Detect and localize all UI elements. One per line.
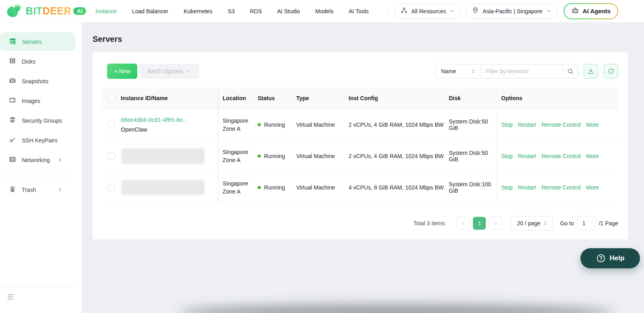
status-label: Running bbox=[264, 121, 285, 128]
page-total-label: /1 Page bbox=[599, 220, 618, 227]
servers-card: + New Batch Options Name bbox=[93, 52, 628, 239]
sidebar-item-ssh-keypairs[interactable]: SSH KeyPairs bbox=[0, 131, 75, 150]
sticky-column-divider bbox=[218, 88, 218, 203]
sidebar-item-trash[interactable]: Trash bbox=[0, 180, 75, 199]
action-more[interactable]: More bbox=[586, 184, 599, 191]
sidebar-item-snapshots[interactable]: Snapshots bbox=[0, 72, 75, 91]
status-dot-running bbox=[258, 154, 261, 158]
ai-agents-label: AI Agents bbox=[583, 8, 611, 14]
wordmark-deer: DEER bbox=[43, 5, 71, 17]
row-checkbox[interactable] bbox=[108, 184, 115, 191]
ai-badge: AI bbox=[73, 7, 86, 15]
select-all-checkbox[interactable] bbox=[108, 95, 115, 102]
page-size-value: 20 / page bbox=[517, 220, 540, 227]
refresh-button[interactable] bbox=[604, 64, 618, 78]
type-value: Virtual Machine bbox=[291, 140, 344, 171]
filter-field-value: Name bbox=[441, 68, 456, 74]
region-dropdown[interactable]: Asia-Pacific | Singapore bbox=[466, 4, 557, 19]
nav-item-kubernetes[interactable]: Kubernetes bbox=[184, 8, 213, 14]
inst-config-value: 2 vCPUs, 4 GiB RAM, 1024 Mbps BW bbox=[344, 109, 444, 140]
sidebar: Servers Disks Snapshots bbox=[0, 23, 82, 313]
row-checkbox[interactable] bbox=[108, 121, 115, 128]
nav-item-rds[interactable]: RDS bbox=[250, 8, 262, 14]
bitdeer-logo[interactable]: BITDEER AI bbox=[0, 3, 89, 19]
wordmark-bit: BIT bbox=[26, 5, 43, 17]
chevron-down-icon bbox=[546, 8, 551, 14]
sidebar-divider bbox=[0, 176, 75, 176]
header-type: Type bbox=[291, 88, 344, 109]
disk-value: System Disk:100 GiB bbox=[444, 172, 496, 203]
chevron-right-icon bbox=[57, 187, 62, 192]
nav-item-ai-tools[interactable]: AI Tools bbox=[349, 8, 369, 14]
keyword-filter-input[interactable] bbox=[481, 64, 563, 78]
inst-config-value: 4 vCPUs, 8 GiB RAM, 1024 Mbps BW bbox=[344, 172, 444, 203]
action-remote-control[interactable]: Remote Control bbox=[541, 184, 581, 191]
main-content: Servers + New Batch Options Name bbox=[83, 23, 644, 313]
sidebar-collapse-button[interactable] bbox=[6, 293, 14, 301]
nav-divider bbox=[388, 7, 388, 16]
sidebar-label-snapshots: Snapshots bbox=[22, 78, 48, 84]
nav-item-load-balancer[interactable]: Load Balancer bbox=[132, 8, 168, 14]
download-icon bbox=[587, 68, 594, 75]
action-more[interactable]: More bbox=[586, 121, 599, 128]
chevron-right-icon bbox=[57, 157, 62, 163]
all-resources-dropdown[interactable]: All Resources bbox=[395, 4, 460, 19]
action-stop[interactable]: Stop bbox=[501, 184, 513, 191]
action-remote-control[interactable]: Remote Control bbox=[541, 121, 581, 128]
action-stop[interactable]: Stop bbox=[501, 121, 513, 128]
sidebar-item-disks[interactable]: Disks bbox=[0, 52, 75, 71]
bitdeer-wordmark: BITDEER AI bbox=[26, 5, 86, 17]
action-stop[interactable]: Stop bbox=[501, 153, 513, 159]
sidebar-item-images[interactable]: Images bbox=[0, 91, 75, 110]
export-download-button[interactable] bbox=[584, 64, 598, 78]
redacted-instance-name bbox=[122, 148, 204, 164]
filter-group: Name bbox=[435, 64, 578, 78]
globe-icon bbox=[9, 156, 16, 164]
action-remote-control[interactable]: Remote Control bbox=[541, 153, 581, 159]
status-dot-running bbox=[258, 123, 261, 126]
search-button[interactable] bbox=[563, 64, 578, 78]
prev-page-button[interactable] bbox=[457, 217, 470, 230]
disks-icon bbox=[9, 57, 16, 66]
table-row: 88ee4db6-0c91-4f65-8e... OpenClaw Singap… bbox=[103, 109, 618, 140]
disk-value: System Disk:50 GiB bbox=[444, 109, 496, 140]
table-row: SingaporeZone A Running Virtual Machine … bbox=[103, 171, 618, 203]
sidebar-item-networking[interactable]: Networking bbox=[0, 150, 75, 169]
sidebar-item-security-groups[interactable]: Security Groups bbox=[0, 111, 75, 130]
type-value: Virtual Machine bbox=[291, 172, 344, 203]
chevron-left-icon bbox=[461, 221, 466, 226]
table-header-row: Instance ID/Name Location Status Type In… bbox=[103, 88, 618, 109]
page-number-button[interactable]: 1 bbox=[473, 217, 486, 230]
all-resources-label: All Resources bbox=[411, 8, 446, 14]
action-restart[interactable]: Restart bbox=[518, 121, 536, 128]
nav-item-ai-studio[interactable]: AI Studio bbox=[277, 8, 300, 14]
sidebar-label-servers: Servers bbox=[22, 39, 41, 45]
inst-config-value: 2 vCPUs, 4 GiB RAM, 1024 Mbps BW bbox=[344, 140, 444, 171]
nav-item-models[interactable]: Models bbox=[315, 8, 333, 14]
help-button[interactable]: Help bbox=[580, 248, 640, 268]
sidebar-item-servers[interactable]: Servers bbox=[0, 32, 75, 51]
chevron-down-icon bbox=[186, 69, 191, 74]
action-restart[interactable]: Restart bbox=[518, 153, 536, 159]
select-updown-icon bbox=[471, 68, 476, 74]
location-value: SingaporeZone A bbox=[223, 148, 248, 164]
batch-options-button[interactable]: Batch Options bbox=[140, 64, 199, 79]
row-checkbox[interactable] bbox=[108, 152, 115, 160]
redacted-instance-name bbox=[122, 180, 204, 195]
action-restart[interactable]: Restart bbox=[518, 184, 536, 191]
question-circle-icon bbox=[596, 253, 606, 263]
instance-id-link[interactable]: 88ee4db6-0c91-4f65-8e... bbox=[121, 116, 188, 124]
new-instance-button[interactable]: + New bbox=[107, 64, 137, 79]
action-more[interactable]: More bbox=[586, 153, 599, 159]
goto-page-input[interactable] bbox=[577, 216, 597, 231]
select-updown-icon bbox=[543, 220, 548, 226]
location-value: SingaporeZone A bbox=[223, 117, 248, 133]
total-items-label: Total 3 items bbox=[413, 220, 445, 227]
ai-agents-button[interactable]: AI Agents bbox=[564, 3, 618, 19]
page-size-select[interactable]: 20 / page bbox=[511, 216, 553, 231]
nav-item-s3[interactable]: S3 bbox=[228, 8, 235, 14]
bitdeer-deer-icon bbox=[6, 3, 23, 19]
filter-field-select[interactable]: Name bbox=[436, 64, 481, 78]
next-page-button[interactable] bbox=[489, 217, 502, 230]
nav-item-instance[interactable]: Instance bbox=[95, 8, 117, 14]
